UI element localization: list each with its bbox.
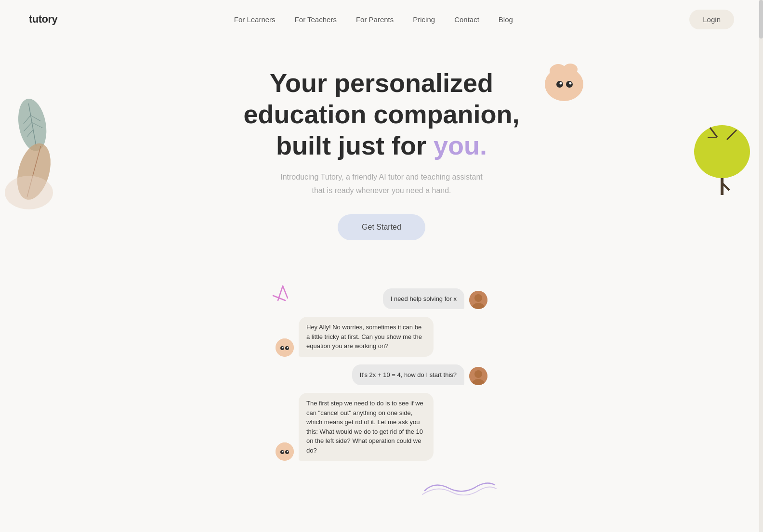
- nav-for-parents[interactable]: For Parents: [356, 15, 394, 24]
- get-started-button[interactable]: Get Started: [338, 214, 425, 240]
- user-avatar-1: [469, 291, 487, 309]
- svg-point-40: [282, 451, 284, 453]
- svg-point-27: [474, 294, 482, 302]
- nav-for-learners[interactable]: For Learners: [234, 15, 276, 24]
- chat-row-3: It's 2x + 10 = 4, how do I start this?: [276, 364, 487, 386]
- hero-headline-highlight: you.: [434, 131, 487, 160]
- user-avatar-2: [469, 367, 487, 385]
- svg-point-37: [276, 442, 294, 461]
- logo[interactable]: tutory: [29, 13, 57, 26]
- nav-pricing[interactable]: Pricing: [413, 15, 435, 24]
- deco-spark: [271, 284, 295, 310]
- hero-section: Your personalized education companion, b…: [0, 39, 763, 260]
- nav-contact[interactable]: Contact: [454, 15, 479, 24]
- bot-avatar-2: [276, 442, 294, 461]
- hero-headline: Your personalized education companion, b…: [213, 67, 550, 161]
- nav-links: For Learners For Teachers For Parents Pr…: [234, 15, 513, 24]
- login-button[interactable]: Login: [689, 10, 734, 29]
- chat-bubble-user-2: It's 2x + 10 = 4, how do I start this?: [352, 364, 464, 386]
- chat-bubble-user-1: I need help solving for x: [383, 288, 464, 310]
- chat-bubble-bot-1: Hey Ally! No worries, sometimes it can b…: [299, 317, 434, 357]
- svg-point-33: [287, 347, 289, 348]
- svg-point-32: [282, 347, 284, 348]
- bot-avatar-1: [276, 338, 294, 357]
- hero-subtext: Introducing Tutory, a friendly AI tutor …: [280, 170, 483, 196]
- chat-row-1: I need help solving for x: [276, 288, 487, 310]
- scrollbar-thumb[interactable]: [759, 0, 763, 39]
- svg-point-29: [276, 338, 294, 357]
- svg-line-24: [283, 286, 288, 298]
- deco-squiggle: [420, 476, 497, 497]
- scrollbar-track[interactable]: [759, 0, 763, 532]
- nav-for-teachers[interactable]: For Teachers: [295, 15, 337, 24]
- chat-row-4: The first step we need to do is to see i…: [276, 393, 487, 461]
- chat-row-2: Hey Ally! No worries, sometimes it can b…: [276, 317, 487, 357]
- chat-bubble-bot-2: The first step we need to do is to see i…: [299, 393, 434, 461]
- nav-blog[interactable]: Blog: [499, 15, 513, 24]
- svg-point-41: [287, 451, 289, 453]
- navbar: tutory For Learners For Teachers For Par…: [0, 0, 763, 39]
- svg-point-35: [474, 370, 482, 378]
